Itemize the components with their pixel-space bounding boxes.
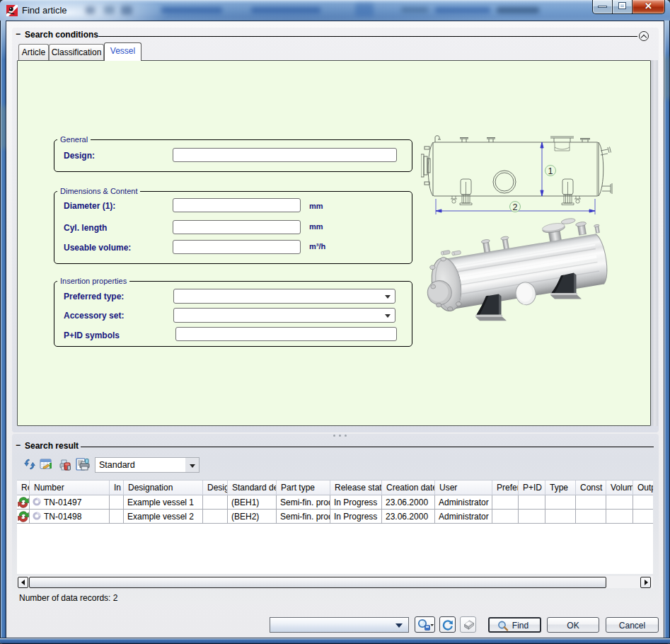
svg-text:2: 2 — [513, 202, 518, 212]
svg-text:1: 1 — [548, 166, 553, 176]
